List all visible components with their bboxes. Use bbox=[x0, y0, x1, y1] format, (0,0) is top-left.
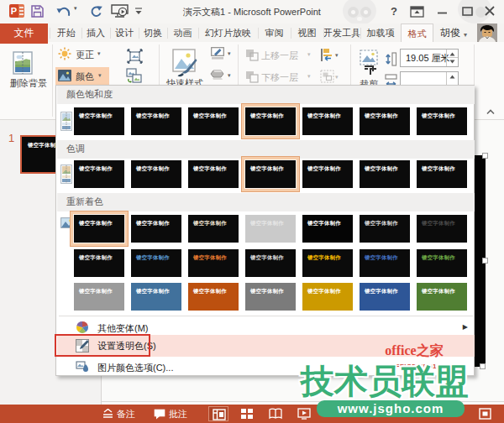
gallery-thumb-rc2-7[interactable]: 镂空字体制作 bbox=[417, 249, 467, 277]
comments-button[interactable]: 批注 bbox=[169, 408, 187, 420]
picture-border-icon[interactable] bbox=[211, 47, 224, 60]
tab-design[interactable]: 设计 bbox=[110, 24, 139, 42]
slide-sorter-view-button[interactable] bbox=[237, 406, 257, 421]
picture-handle-bottom[interactable] bbox=[480, 363, 486, 369]
user-name[interactable]: 胡俊 bbox=[440, 24, 460, 43]
bring-forward-label: 上移一层 bbox=[261, 50, 298, 62]
notes-icon[interactable] bbox=[102, 409, 113, 419]
tab-slideshow[interactable]: 幻灯片放映 bbox=[198, 24, 258, 42]
collapse-ribbon-icon[interactable] bbox=[486, 107, 496, 117]
height-spinner[interactable] bbox=[446, 50, 458, 66]
thumb-text: 镂空字体制作 bbox=[307, 112, 341, 120]
picture-border-dropdown-icon[interactable]: ▾ bbox=[228, 50, 231, 57]
reading-view-button[interactable] bbox=[265, 406, 286, 421]
tab-insert[interactable]: 插入 bbox=[81, 24, 110, 42]
gallery-thumb-rc2-1[interactable]: 镂空字体制作 bbox=[74, 249, 124, 277]
tab-addins[interactable]: 加载项 bbox=[360, 24, 401, 42]
gallery-thumb-sat-6[interactable]: 镂空字体制作 bbox=[360, 107, 410, 135]
gallery-thumb-rc3-2[interactable]: 镂空字体制作 bbox=[131, 283, 181, 311]
gallery-thumb-tone-5[interactable]: 镂空字体制作 bbox=[302, 160, 353, 188]
tab-file[interactable]: 文件 bbox=[0, 24, 48, 44]
gallery-thumb-rc1-1[interactable]: 镂空字体制作 bbox=[74, 215, 124, 243]
thumb-text: 镂空字体制作 bbox=[422, 165, 455, 173]
gallery-thumb-rc3-6[interactable]: 镂空字体制作 bbox=[360, 283, 410, 311]
thumb-text: 镂空字体制作 bbox=[193, 165, 227, 173]
gallery-thumb-rc2-3[interactable]: 镂空字体制作 bbox=[188, 249, 239, 277]
gallery-thumb-tone-2[interactable]: 镂空字体制作 bbox=[131, 160, 181, 188]
gallery-thumb-rc3-4[interactable]: 镂空字体制作 bbox=[245, 283, 296, 311]
height-field[interactable]: 19.05 厘米 bbox=[400, 49, 459, 67]
gallery-thumb-sat-1[interactable]: 镂空字体制作 bbox=[74, 107, 124, 135]
comments-icon[interactable] bbox=[154, 409, 165, 420]
fit-to-window-icon[interactable] bbox=[479, 408, 491, 420]
section-saturation: 颜色饱和度 bbox=[57, 86, 475, 104]
color-button[interactable]: 颜色 ▾ bbox=[55, 67, 109, 85]
tab-separator bbox=[323, 28, 324, 39]
selection-pane-icon[interactable] bbox=[320, 48, 333, 62]
help-button[interactable]: ? bbox=[391, 5, 397, 18]
tab-view[interactable]: 视图 bbox=[291, 24, 323, 42]
gallery-thumb-tone-3[interactable]: 镂空字体制作 bbox=[188, 160, 239, 188]
minimize-button[interactable] bbox=[436, 5, 449, 18]
gallery-thumb-rc1-3[interactable]: 镂空字体制作 bbox=[188, 215, 239, 243]
gallery-thumb-sat-7[interactable]: 镂空字体制作 bbox=[417, 107, 467, 135]
ribbon-display-options-icon[interactable] bbox=[410, 6, 424, 18]
tab-transitions[interactable]: 切换 bbox=[139, 24, 167, 42]
color-dropdown-icon: ▾ bbox=[98, 72, 102, 79]
gallery-thumb-rc2-5[interactable]: 镂空字体制作 bbox=[302, 249, 353, 277]
picture-effects-dropdown-icon[interactable]: ▾ bbox=[228, 72, 231, 79]
tab-developer[interactable]: 开发工具 bbox=[323, 24, 360, 42]
gallery-thumb-rc2-6[interactable]: 镂空字体制作 bbox=[360, 249, 410, 277]
thumb-text: 镂空字体制作 bbox=[136, 165, 170, 173]
gallery-thumb-tone-4[interactable]: 镂空字体制作 bbox=[245, 160, 296, 188]
color-dropdown-menu: 颜色饱和度 镂空字体制作镂空字体制作镂空字体制作镂空字体制作镂空字体制作镂空字体… bbox=[55, 85, 475, 376]
user-avatar[interactable] bbox=[477, 24, 497, 42]
user-dropdown-icon[interactable]: ▾ bbox=[464, 31, 467, 39]
gallery-thumb-rc2-2[interactable]: 镂空字体制作 bbox=[131, 249, 181, 277]
gallery-thumb-sat-5[interactable]: 镂空字体制作 bbox=[302, 107, 353, 135]
gallery-thumb-rc1-5[interactable]: 镂空字体制作 bbox=[302, 215, 353, 243]
watermark-url: www.jsgho.com bbox=[317, 400, 465, 417]
gallery-thumb-rc1-2[interactable]: 镂空字体制作 bbox=[131, 215, 181, 243]
remove-background-icon bbox=[13, 51, 33, 75]
close-button[interactable] bbox=[483, 4, 496, 18]
bring-forward-dropdown-icon: ▾ bbox=[307, 51, 311, 58]
gallery-thumb-rc3-3[interactable]: 镂空字体制作 bbox=[188, 283, 239, 311]
gallery-thumb-tone-1[interactable]: 镂空字体制作 bbox=[74, 160, 124, 188]
picture-handle-middle[interactable] bbox=[482, 258, 488, 264]
corrections-icon bbox=[58, 47, 71, 60]
watermark-office-home: office之家 bbox=[367, 342, 461, 360]
slide-number: 1 bbox=[8, 132, 14, 144]
title-bar: P ▾ 演 bbox=[0, 0, 504, 24]
compress-pictures-icon[interactable] bbox=[127, 49, 143, 64]
gallery-thumb-rc3-1[interactable]: 镂空字体制作 bbox=[74, 283, 124, 311]
gallery-thumb-sat-4[interactable]: 镂空字体制作 bbox=[245, 107, 296, 135]
normal-view-button[interactable] bbox=[208, 406, 228, 421]
gallery-thumb-rc3-5[interactable]: 镂空字体制作 bbox=[302, 283, 353, 311]
gallery-thumb-rc3-7[interactable]: 镂空字体制作 bbox=[417, 283, 467, 311]
gallery-thumb-rc1-7[interactable]: 镂空字体制作 bbox=[417, 215, 467, 243]
picture-handle-top[interactable] bbox=[482, 153, 488, 159]
thumb-text: 镂空字体制作 bbox=[250, 220, 284, 227]
tab-home[interactable]: 开始 bbox=[51, 24, 81, 42]
tab-animations[interactable]: 动画 bbox=[167, 24, 198, 42]
gallery-thumb-rc1-4[interactable]: 镂空字体制作 bbox=[245, 215, 296, 243]
change-picture-icon[interactable] bbox=[126, 68, 142, 83]
gallery-thumb-tone-7[interactable]: 镂空字体制作 bbox=[417, 160, 467, 188]
notes-button[interactable]: 备注 bbox=[117, 408, 135, 420]
thumb-text: 镂空字体制作 bbox=[422, 112, 455, 120]
selection-pane-dropdown-icon[interactable]: ▾ bbox=[335, 52, 339, 59]
tab-separator bbox=[139, 28, 139, 39]
gallery-thumb-sat-3[interactable]: 镂空字体制作 bbox=[188, 107, 239, 135]
maximize-button[interactable] bbox=[461, 5, 474, 18]
gallery-thumb-rc2-4[interactable]: 镂空字体制作 bbox=[245, 249, 296, 277]
gallery-thumb-sat-2[interactable]: 镂空字体制作 bbox=[131, 107, 181, 135]
gallery-thumb-tone-6[interactable]: 镂空字体制作 bbox=[360, 160, 410, 188]
gallery-thumb-rc1-6[interactable]: 镂空字体制作 bbox=[360, 215, 410, 243]
powerpoint-window: P ▾ 演 bbox=[0, 0, 504, 423]
slideshow-view-button[interactable] bbox=[294, 406, 314, 421]
tab-format[interactable]: 格式 bbox=[401, 24, 433, 42]
tab-review[interactable]: 审阅 bbox=[258, 24, 291, 42]
picture-effects-icon[interactable] bbox=[210, 69, 224, 81]
menu-separator bbox=[59, 316, 473, 316]
